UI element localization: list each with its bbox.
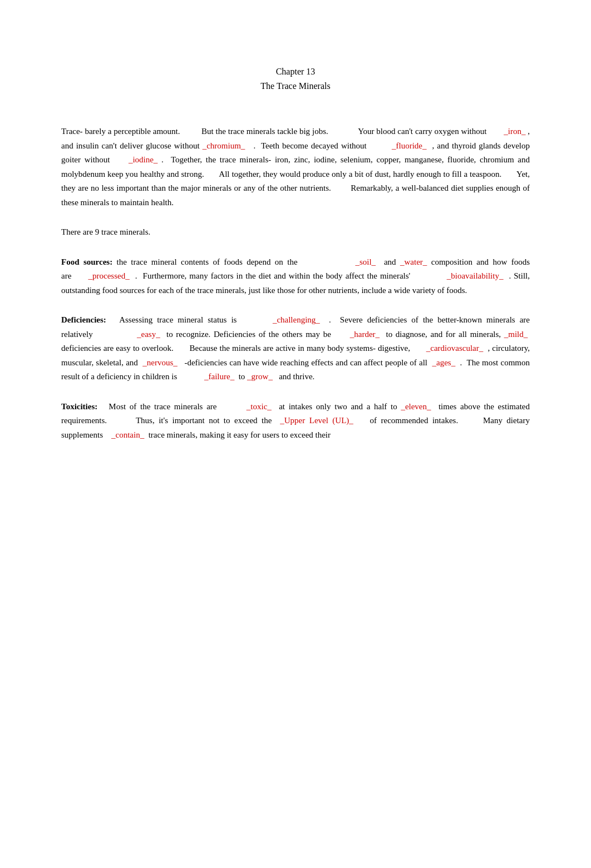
deficiencies-text-6: Because the minerals are active in many … — [190, 344, 410, 353]
eleven-highlight: _eleven_ — [401, 402, 431, 411]
soil-highlight: _soil_ — [355, 257, 376, 266]
toxicities-label: Toxicities: — [61, 402, 97, 411]
iron-highlight: _iron_ — [504, 127, 525, 136]
toxicities-text-4: Thus, it's important not to exceed the — [136, 416, 272, 425]
water-highlight: _water_ — [400, 257, 427, 266]
upper-level-highlight: _Upper Level (UL)_ — [280, 416, 353, 425]
deficiencies-text-1: Assessing trace mineral status is — [119, 315, 237, 324]
processed-highlight: _processed_ — [88, 271, 130, 280]
failure-highlight: _failure_ — [204, 372, 234, 381]
intro-paragraph: Trace- barely a perceptible amount. But … — [61, 125, 530, 210]
food-sources-paragraph: Food sources: the trace mineral contents… — [61, 255, 530, 298]
food-sources-label: Food sources: — [61, 257, 112, 266]
chromium-highlight: _chromium_ — [203, 141, 245, 150]
bioavailability-highlight: _bioavailability_ — [447, 271, 504, 280]
deficiencies-paragraph: Deficiencies: Assessing trace mineral st… — [61, 313, 530, 384]
toxicities-paragraph: Toxicities: Most of the trace minerals a… — [61, 400, 530, 443]
count-text: There are 9 trace minerals. — [61, 227, 150, 236]
deficiencies-label: Deficiencies: — [61, 315, 106, 324]
chapter-heading: Chapter 13 — [61, 67, 530, 77]
intro-text-8: All together, they would produce only a … — [219, 170, 501, 178]
nervous-highlight: _nervous_ — [142, 358, 178, 367]
cardiovascular-highlight: _cardiovascular_ — [426, 344, 483, 353]
intro-text-2: But the trace minerals tackle big jobs. — [201, 127, 328, 136]
ages-highlight: _ages_ — [432, 358, 456, 367]
count-paragraph: There are 9 trace minerals. — [61, 225, 530, 240]
iodine-highlight: _iodine_ — [129, 155, 158, 164]
intro-text-3: Your blood can't carry oxygen without — [358, 127, 486, 136]
chapter-title: The Trace Minerals — [61, 81, 530, 91]
toxic-highlight: _toxic_ — [247, 402, 272, 411]
page: Chapter 13 The Trace Minerals Trace- bar… — [0, 0, 591, 868]
mild-highlight: _mild_ — [504, 330, 528, 339]
challenging-highlight: _challenging_ — [273, 315, 320, 324]
fluoride-highlight: _fluoride_ — [392, 141, 426, 150]
chapter-label: Chapter 13 — [276, 67, 316, 76]
contain-highlight: _contain_ — [111, 430, 144, 439]
chapter-title-text: The Trace Minerals — [260, 81, 330, 91]
grow-highlight: _grow_ — [247, 372, 273, 381]
intro-text-1: Trace- barely a perceptible amount. — [61, 127, 180, 136]
toxicities-text-1: Most of the trace minerals are — [109, 402, 216, 411]
food-sources-text-1: the trace mineral contents of foods depe… — [112, 257, 297, 266]
harder-highlight: _harder_ — [350, 330, 380, 339]
easy-highlight: _easy_ — [137, 330, 160, 339]
